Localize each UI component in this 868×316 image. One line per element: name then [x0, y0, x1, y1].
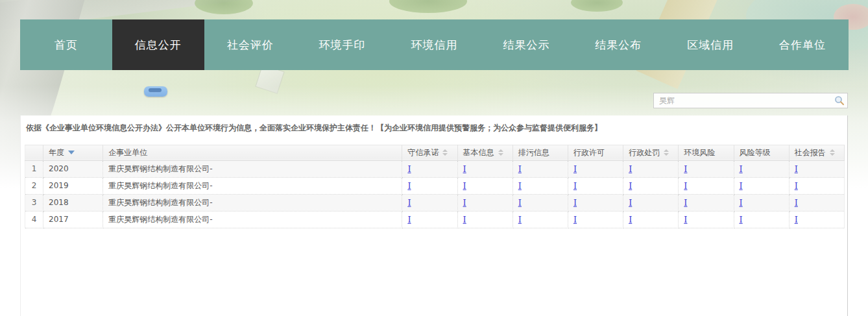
year-cell: 2018 [43, 194, 103, 211]
pollution-info-link[interactable]: I [518, 181, 522, 191]
admin-permit-link[interactable]: I [573, 164, 577, 174]
nav-tab-result-publicity[interactable]: 结果公示 [480, 19, 572, 70]
magnifier-icon[interactable] [834, 95, 845, 106]
credit-promise-link[interactable]: I [407, 198, 411, 208]
content-panel: 依据《企业事业单位环境信息公开办法》公开本单位环境行为信息，全面落实企业环境保护… [20, 115, 848, 316]
env-risk-link[interactable]: I [684, 215, 687, 225]
table-row: 4 2017 重庆昊辉钢结构制造有限公司- I I I I I I I I [25, 211, 845, 228]
admin-penalty-link[interactable]: I [629, 198, 632, 208]
column-header-admin-permit[interactable]: 行政许可 [568, 145, 623, 160]
table-row: 1 2020 重庆昊辉钢结构制造有限公司- I I I I I I I I [25, 160, 845, 177]
env-risk-link[interactable]: I [684, 198, 687, 208]
sort-icon [442, 149, 448, 156]
company-cell: 重庆昊辉钢结构制造有限公司- [103, 160, 402, 177]
column-header-risk-level[interactable]: 风险等级 [734, 145, 789, 160]
main-navigation: 首页 信息公开 社会评价 环境手印 环境信用 结果公示 结果公布 区域信用 合作… [20, 19, 849, 70]
admin-penalty-link[interactable]: I [629, 215, 632, 225]
table-row: 3 2018 重庆昊辉钢结构制造有限公司- I I I I I I I I [25, 194, 845, 211]
nav-tab-information-disclosure[interactable]: 信息公开 [112, 19, 204, 70]
company-cell: 重庆昊辉钢结构制造有限公司- [103, 194, 402, 211]
column-header-pollution-info[interactable]: 排污信息 [512, 145, 568, 160]
company-cell: 重庆昊辉钢结构制造有限公司- [103, 211, 402, 228]
social-report-link[interactable]: I [795, 215, 798, 225]
table-header-row: 年度 企事业单位 守信承诺 基本信息 排污信息 行政许可 行政处罚 [25, 145, 845, 160]
company-cell: 重庆昊辉钢结构制造有限公司- [103, 177, 402, 194]
column-header-year[interactable]: 年度 [43, 145, 103, 160]
column-header-admin-penalty[interactable]: 行政处罚 [623, 145, 679, 160]
pollution-info-link[interactable]: I [518, 164, 522, 174]
table-row: 2 2019 重庆昊辉钢结构制造有限公司- I I I I I I I I [25, 177, 845, 194]
sort-icon [664, 149, 669, 156]
pollution-info-link[interactable]: I [518, 215, 522, 225]
column-header-basic-info[interactable]: 基本信息 [457, 145, 512, 160]
nav-tab-regional-credit[interactable]: 区域信用 [664, 19, 756, 70]
nav-tab-partners[interactable]: 合作单位 [756, 19, 849, 70]
row-number: 4 [25, 211, 43, 228]
admin-penalty-link[interactable]: I [629, 181, 632, 191]
sort-icon [498, 149, 503, 156]
environment-records-table: 年度 企事业单位 守信承诺 基本信息 排污信息 行政许可 行政处罚 [25, 145, 845, 228]
nav-tab-environmental-credit[interactable]: 环境信用 [389, 19, 481, 70]
credit-promise-link[interactable]: I [407, 181, 411, 191]
basic-info-link[interactable]: I [463, 215, 466, 225]
row-number: 1 [25, 160, 43, 177]
search-input[interactable] [653, 93, 848, 108]
year-cell: 2020 [43, 160, 103, 177]
policy-notice-text: 依据《企业事业单位环境信息公开办法》公开本单位环境行为信息，全面落实企业环境保护… [21, 115, 847, 140]
row-number: 3 [25, 194, 43, 211]
admin-permit-link[interactable]: I [573, 215, 577, 225]
basic-info-link[interactable]: I [463, 164, 466, 174]
sort-desc-icon [68, 151, 75, 154]
basic-info-link[interactable]: I [463, 198, 466, 208]
nav-tab-result-announcement[interactable]: 结果公布 [572, 19, 664, 70]
pollution-info-link[interactable]: I [518, 198, 522, 208]
risk-level-link[interactable]: I [740, 215, 743, 225]
column-header-social-report[interactable]: 社会报告 [789, 145, 844, 160]
year-cell: 2019 [43, 177, 103, 194]
social-report-link[interactable]: I [795, 198, 798, 208]
sort-icon [830, 149, 835, 156]
column-header-env-risk[interactable]: 环境风险 [679, 145, 734, 160]
nav-tab-environmental-handprint[interactable]: 环境手印 [296, 19, 389, 70]
credit-promise-link[interactable]: I [407, 164, 411, 174]
column-header-credit-promise[interactable]: 守信承诺 [402, 145, 457, 160]
column-header-company[interactable]: 企事业单位 [103, 145, 402, 160]
search-box [653, 93, 848, 108]
risk-level-link[interactable]: I [740, 164, 743, 174]
admin-penalty-link[interactable]: I [629, 164, 632, 174]
social-report-link[interactable]: I [795, 164, 798, 174]
risk-level-link[interactable]: I [740, 198, 743, 208]
admin-permit-link[interactable]: I [573, 198, 577, 208]
basic-info-link[interactable]: I [463, 181, 466, 191]
social-report-link[interactable]: I [795, 181, 798, 191]
year-cell: 2017 [43, 211, 103, 228]
admin-permit-link[interactable]: I [573, 181, 577, 191]
credit-promise-link[interactable]: I [407, 215, 411, 225]
column-header-rowno [25, 145, 43, 160]
nav-tab-home[interactable]: 首页 [20, 19, 112, 70]
risk-level-link[interactable]: I [740, 181, 743, 191]
env-risk-link[interactable]: I [684, 164, 687, 174]
row-number: 2 [25, 177, 43, 194]
env-risk-link[interactable]: I [684, 181, 687, 191]
nav-tab-social-evaluation[interactable]: 社会评价 [204, 19, 296, 70]
